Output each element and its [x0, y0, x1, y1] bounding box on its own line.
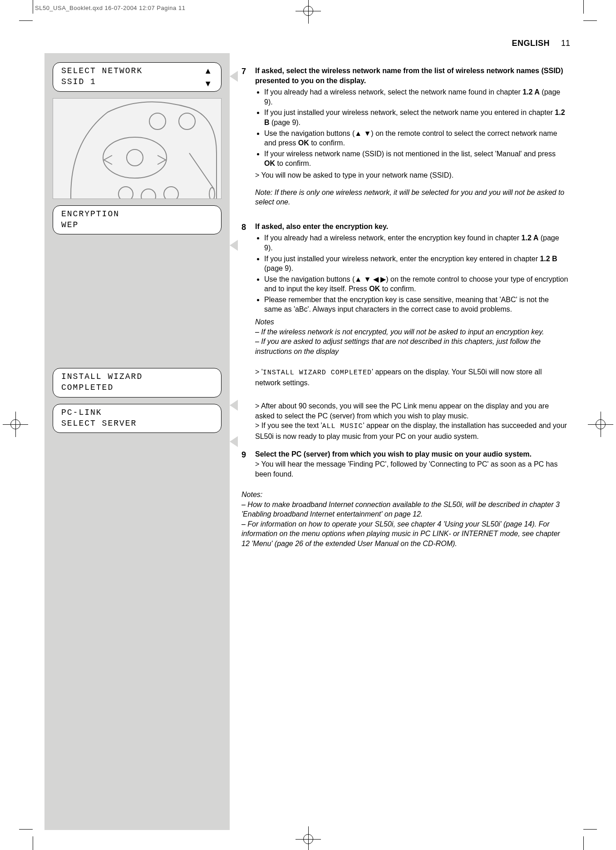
svg-point-1	[179, 113, 195, 129]
lcd-pc-link: PC-LINK SELECT SERVER	[53, 404, 222, 433]
notes-heading: Notes	[255, 317, 568, 327]
step-8: 8 If asked, also enter the encryption ke…	[241, 222, 568, 442]
bullet: If you just installed your wireless netw…	[264, 254, 568, 273]
svg-point-8	[209, 188, 215, 199]
remote-control-illustration	[53, 98, 222, 199]
bullet: If your wireless network name (SSID) is …	[264, 149, 568, 169]
lcd-encryption: ENCRYPTION WEP	[53, 205, 222, 235]
step-lead: If asked, also enter the encryption key.	[255, 222, 568, 232]
lcd-line: COMPLETED	[61, 382, 213, 393]
svg-point-3	[127, 149, 143, 166]
result-line: > After about 90 seconds, you will see t…	[255, 401, 568, 421]
result-line: > 'INSTALL WIZARD COMPLETED' appears on …	[255, 367, 568, 388]
result-line: > You will hear the message 'Finding PC'…	[255, 459, 568, 479]
illustration-column: ▲ ▼ SELECT NETWORK SSID 1	[44, 53, 230, 830]
lcd-line: WEP	[61, 219, 213, 230]
bullet: Please remember that the encryption key …	[264, 295, 568, 314]
lcd-line: PC-LINK	[61, 407, 213, 418]
step-9: 9 Select the PC (server) from which you …	[241, 449, 568, 479]
svg-point-5	[141, 189, 156, 199]
notes-heading: Notes:	[241, 490, 568, 500]
lcd-line: ENCRYPTION	[61, 209, 213, 219]
lcd-line: SELECT NETWORK	[61, 65, 213, 76]
step-7: 7 If asked, select the wireless network …	[241, 66, 568, 207]
lcd-select-network: ▲ ▼ SELECT NETWORK SSID 1	[53, 62, 222, 92]
step-lead: If asked, select the wireless network na…	[255, 66, 568, 85]
note: – How to make broadband Internet connect…	[241, 500, 568, 519]
lcd-line: SSID 1	[61, 76, 213, 87]
note: – If you are asked to adjust settings th…	[255, 337, 568, 356]
step-lead: Select the PC (server) from which you wi…	[255, 449, 568, 459]
slugline: SL50_USA_Booklet.qxd 16-07-2004 12:07 Pa…	[35, 5, 185, 11]
result-line: > You will now be asked to type in your …	[255, 170, 568, 180]
lcd-line: SELECT SERVER	[61, 418, 213, 429]
note: – For information on how to operate your…	[241, 519, 568, 549]
bullet: If you already had a wireless network, e…	[264, 233, 568, 253]
lcd-line: INSTALL WIZARD	[61, 371, 213, 382]
up-arrow-icon: ▲	[204, 65, 213, 76]
result-line: > If you see the text 'ALL MUSIC' appear…	[255, 421, 568, 441]
lcd-install-wizard: INSTALL WIZARD COMPLETED	[53, 368, 222, 398]
step-number: 7	[241, 66, 255, 207]
svg-point-2	[103, 137, 167, 178]
language-label: ENGLISH	[512, 39, 550, 48]
note: – If the wireless network is not encrypt…	[255, 327, 568, 337]
down-arrow-icon: ▼	[204, 78, 213, 89]
svg-line-7	[189, 153, 214, 189]
bullet: If you just installed your wireless netw…	[264, 108, 568, 127]
svg-point-0	[149, 113, 166, 129]
step-number: 8	[241, 222, 255, 442]
page-header: ENGLISH 11	[44, 39, 570, 48]
page: SL50_USA_Booklet.qxd 16-07-2004 12:07 Pa…	[0, 0, 616, 850]
bullet: Use the navigation buttons (▲ ▼ ◀ ▶) on …	[264, 274, 568, 294]
footnotes: Notes: – How to make broadband Internet …	[241, 490, 568, 549]
svg-point-4	[118, 187, 133, 199]
bullet: Use the navigation buttons (▲ ▼) on the …	[264, 129, 568, 148]
page-number: 11	[561, 39, 570, 48]
note: Note: If there is only one wireless netw…	[255, 188, 568, 207]
step-number: 9	[241, 449, 255, 479]
svg-point-6	[164, 187, 178, 199]
bullet: If you already had a wireless network, s…	[264, 87, 568, 107]
main-text-column: 7 If asked, select the wireless network …	[241, 66, 568, 549]
